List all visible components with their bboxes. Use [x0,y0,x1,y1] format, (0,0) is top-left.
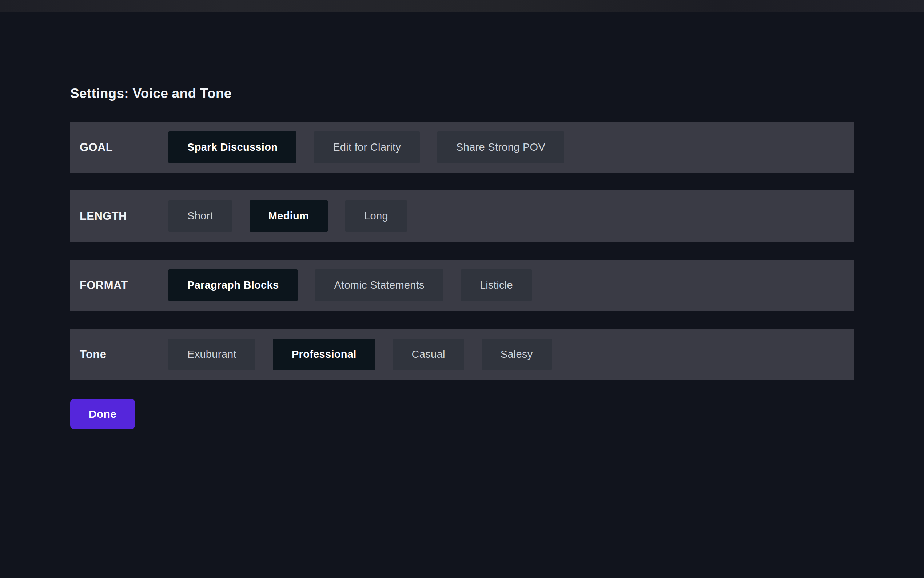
settings-row-goal: GOAL Spark Discussion Edit for Clarity S… [70,122,854,173]
option-medium[interactable]: Medium [249,200,328,232]
option-professional[interactable]: Professional [273,338,375,370]
option-paragraph-blocks[interactable]: Paragraph Blocks [168,270,298,301]
row-label-goal: GOAL [80,141,168,154]
option-share-strong-pov[interactable]: Share Strong POV [437,132,564,163]
option-short[interactable]: Short [168,200,232,232]
settings-row-format: FORMAT Paragraph Blocks Atomic Statement… [70,260,854,311]
option-edit-for-clarity[interactable]: Edit for Clarity [314,132,420,163]
option-exuburant[interactable]: Exuburant [168,338,256,370]
done-button[interactable]: Done [70,399,135,430]
option-atomic-statements[interactable]: Atomic Statements [315,270,443,301]
option-long[interactable]: Long [345,200,407,232]
option-salesy[interactable]: Salesy [482,338,552,370]
format-options: Paragraph Blocks Atomic Statements Listi… [168,270,532,301]
goal-options: Spark Discussion Edit for Clarity Share … [168,132,564,163]
length-options: Short Medium Long [168,200,407,232]
settings-row-length: LENGTH Short Medium Long [70,190,854,242]
option-casual[interactable]: Casual [393,338,464,370]
top-bar [0,0,924,12]
tone-options: Exuburant Professional Casual Salesy [168,338,552,370]
page-title: Settings: Voice and Tone [70,86,232,101]
option-listicle[interactable]: Listicle [461,270,532,301]
row-label-tone: Tone [80,348,168,361]
row-label-length: LENGTH [80,209,168,223]
settings-row-tone: Tone Exuburant Professional Casual Sales… [70,329,854,380]
option-spark-discussion[interactable]: Spark Discussion [168,132,296,163]
row-label-format: FORMAT [80,279,168,292]
